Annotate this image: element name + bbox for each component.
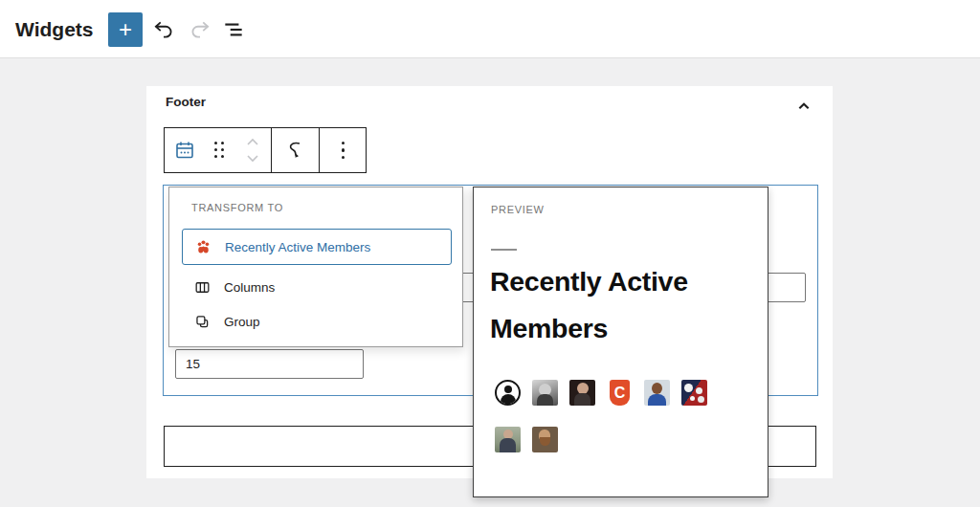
options-button[interactable] [320, 128, 367, 172]
menu-item-group[interactable]: Group [193, 310, 260, 333]
list-view-icon [221, 17, 246, 42]
undo-arrow-icon [151, 17, 176, 42]
white-flowers-avatar [681, 380, 707, 406]
block-preview-popover: PREVIEW Recently Active Members C [473, 187, 768, 497]
avatar-grid: C [495, 380, 724, 452]
block-toolbar-group-main [165, 128, 271, 172]
drag-handle[interactable] [205, 128, 234, 172]
mystery-person-avatar [495, 380, 521, 406]
calendar-block-icon [173, 139, 196, 162]
transform-to-heading: TRANSFORM TO [191, 202, 283, 213]
block-toolbar-group-options [319, 128, 367, 172]
buddypress-members-icon [194, 238, 212, 256]
letter-c-badge-avatar: C [607, 380, 633, 406]
chevron-up-icon [789, 93, 819, 120]
menu-item-label: Recently Active Members [225, 240, 370, 254]
move-up-button[interactable] [243, 133, 262, 150]
chevron-down-disabled-icon [243, 152, 262, 165]
block-toolbar [164, 127, 367, 173]
preview-widget-title: Recently Active Members [490, 258, 753, 352]
transform-to-dropdown: TRANSFORM TO Recently Active Members Col… [168, 187, 463, 347]
page-title: Widgets [15, 0, 93, 58]
widgets-editor: Widgets + F [0, 0, 980, 507]
grayscale-portrait-avatar [532, 380, 558, 406]
bald-man-avatar [569, 380, 595, 406]
undo-button[interactable] [151, 17, 176, 42]
cartoon-person-avatar [644, 380, 670, 406]
ellipsis-icon [342, 142, 345, 160]
drag-handle-icon [214, 142, 225, 159]
preview-divider [491, 249, 517, 251]
add-block-button[interactable]: + [108, 12, 143, 47]
max-members-field[interactable] [175, 349, 364, 379]
widget-flow-button[interactable] [272, 128, 319, 172]
menu-item-label: Columns [224, 280, 275, 295]
collapse-panel-button[interactable] [789, 93, 819, 120]
redo-button[interactable] [188, 17, 212, 42]
widget-area-title: Footer [166, 95, 206, 109]
squiggle-arrow-icon [284, 139, 307, 162]
outdoor-man-avatar [495, 427, 521, 452]
columns-icon [193, 278, 212, 297]
menu-item-label: Group [224, 315, 260, 329]
menu-item-recently-active-members[interactable]: Recently Active Members [182, 229, 452, 265]
plus-icon: + [108, 13, 143, 46]
group-icon [193, 313, 212, 331]
editor-top-bar: Widgets + [0, 0, 980, 58]
chevron-up-disabled-icon [243, 135, 262, 148]
block-movers [234, 133, 271, 167]
block-switcher-button[interactable] [165, 128, 205, 172]
redo-arrow-icon [188, 17, 212, 42]
move-down-button[interactable] [243, 150, 262, 167]
block-toolbar-group-transform [271, 128, 319, 172]
preview-heading: PREVIEW [491, 204, 545, 215]
bearded-man-avatar [532, 427, 558, 452]
list-view-button[interactable] [221, 17, 246, 42]
menu-item-columns[interactable]: Columns [193, 276, 275, 298]
